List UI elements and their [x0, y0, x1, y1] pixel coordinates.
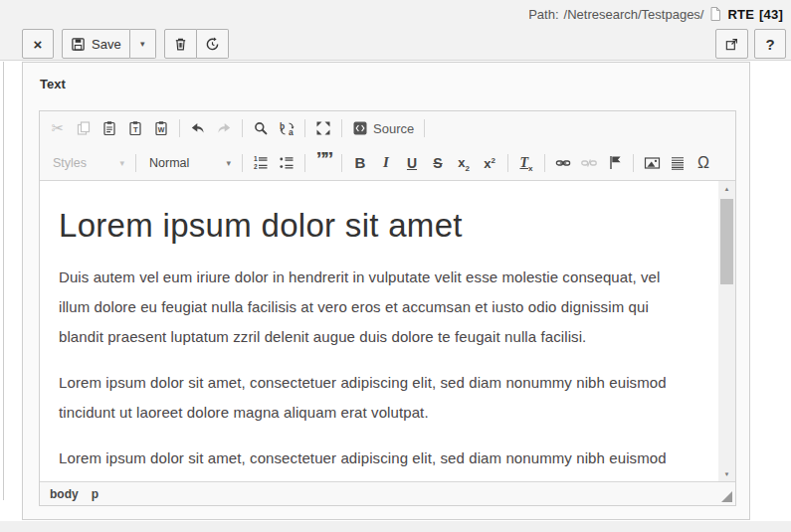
svg-text:b: b [280, 120, 285, 130]
page-icon [708, 6, 722, 22]
docheader-buttons-right: ? [715, 29, 786, 59]
blockquote-icon: ”” [316, 154, 331, 172]
svg-text:2: 2 [254, 163, 258, 170]
rich-text-editor: ✂ [39, 110, 736, 506]
paste-text-icon: T [127, 120, 143, 136]
superscript-icon: x2 [484, 154, 495, 172]
scroll-up-icon[interactable]: ▲ [718, 181, 735, 196]
viewport-bottom-strip [0, 521, 791, 532]
open-in-new-window-button[interactable] [715, 29, 748, 59]
image-button[interactable] [639, 150, 665, 176]
record-title: RTE [727, 7, 754, 22]
element-path-body[interactable]: body [50, 487, 79, 501]
bold-button[interactable]: B [347, 150, 373, 176]
unlink-button[interactable] [576, 150, 602, 176]
italic-button[interactable]: I [373, 150, 399, 176]
svg-text:a: a [289, 127, 294, 137]
image-icon [644, 155, 661, 171]
underline-icon: U [407, 155, 417, 171]
replace-icon: b a [279, 120, 296, 137]
scroll-down-icon[interactable]: ▼ [718, 466, 735, 481]
styles-combo-label: Styles [53, 156, 87, 170]
save-options-button[interactable]: ▾ [130, 29, 156, 59]
paste-word-button[interactable]: W [148, 115, 174, 141]
new-window-icon [724, 37, 739, 52]
paste-button[interactable] [97, 115, 122, 141]
save-label: Save [92, 37, 121, 52]
editor-document: Lorem ipsum dolor sit amet Duis autem ve… [40, 181, 735, 482]
editor-paragraph: Lorem ipsum dolor sit amet, consectetuer… [59, 368, 690, 428]
redo-button[interactable] [211, 115, 237, 141]
format-combo-label: Normal [149, 156, 189, 170]
toolbar-separator [135, 154, 136, 172]
omega-icon: Ω [697, 154, 709, 172]
trash-icon [173, 36, 188, 52]
toolbar-separator [633, 154, 634, 172]
copy-icon [76, 120, 92, 136]
paste-icon [101, 120, 117, 136]
special-character-button[interactable]: Ω [691, 150, 716, 176]
chevron-down-icon: ▾ [140, 39, 145, 49]
close-icon: × [34, 37, 43, 52]
remove-format-button[interactable]: Tx [513, 150, 539, 176]
rte-toolbar-row1: ✂ [40, 111, 735, 145]
numbered-list-button[interactable]: 1 2 [248, 150, 274, 176]
strikethrough-button[interactable]: S [425, 150, 451, 176]
cut-icon: ✂ [52, 119, 65, 137]
horizontal-line-button[interactable] [665, 150, 691, 176]
toolbar-separator [242, 154, 243, 172]
anchor-button[interactable] [602, 150, 628, 176]
floppy-icon [71, 37, 86, 52]
paste-text-button[interactable]: T [122, 115, 148, 141]
svg-text:W: W [158, 126, 165, 133]
bulleted-list-button[interactable] [274, 150, 299, 176]
undo-icon [190, 120, 206, 136]
underline-button[interactable]: U [399, 150, 425, 176]
help-icon: ? [765, 36, 774, 53]
subscript-button[interactable]: x2 [451, 150, 477, 176]
redo-icon [216, 120, 232, 136]
delete-button[interactable] [164, 29, 197, 59]
source-label: Source [373, 121, 414, 136]
field-label: Text [23, 63, 749, 91]
numbered-list-icon: 1 2 [253, 154, 269, 171]
close-button[interactable]: × [22, 29, 54, 59]
save-button[interactable]: Save [62, 29, 130, 59]
strikethrough-icon: S [433, 155, 442, 171]
undo-button[interactable] [185, 115, 211, 141]
link-button[interactable] [550, 150, 576, 176]
paste-word-icon: W [153, 120, 169, 136]
flag-icon [607, 154, 623, 171]
text-fieldset: Text ✂ [22, 62, 750, 520]
svg-text:T: T [133, 125, 138, 134]
replace-button[interactable]: b a [274, 115, 299, 141]
link-icon [555, 155, 571, 171]
editor-content-area[interactable]: Lorem ipsum dolor sit amet Duis autem ve… [40, 180, 735, 482]
editor-scrollbar[interactable]: ▲ ▼ [718, 181, 735, 481]
find-button[interactable] [248, 115, 274, 141]
blockquote-button[interactable]: ”” [310, 150, 336, 176]
superscript-button[interactable]: x2 [477, 150, 502, 176]
history-icon [205, 37, 220, 52]
toolbar-separator [179, 119, 180, 137]
bold-icon: B [355, 154, 366, 171]
help-button[interactable]: ? [754, 29, 786, 59]
bulleted-list-icon [279, 154, 295, 171]
horizontal-lines-icon [670, 155, 686, 171]
svg-text:1: 1 [254, 155, 258, 162]
element-path-p[interactable]: p [92, 487, 99, 501]
styles-combo[interactable]: Styles ▾ [45, 150, 130, 176]
path-label: Path: [528, 7, 558, 22]
copy-button[interactable] [71, 115, 97, 141]
docheader-buttons-left: × Save ▾ [22, 29, 229, 59]
resize-handle[interactable] [721, 491, 732, 502]
format-combo[interactable]: Normal ▾ [141, 150, 237, 176]
source-button[interactable]: Source [347, 115, 419, 141]
toolbar-separator [507, 154, 508, 172]
cut-button[interactable]: ✂ [45, 115, 71, 141]
breadcrumb: Path: /Netresearch/Testpages/ RTE [43] [528, 6, 783, 22]
history-button[interactable] [197, 29, 229, 59]
maximize-icon [315, 120, 331, 136]
maximize-button[interactable] [310, 115, 336, 141]
scrollbar-thumb[interactable] [720, 199, 733, 284]
